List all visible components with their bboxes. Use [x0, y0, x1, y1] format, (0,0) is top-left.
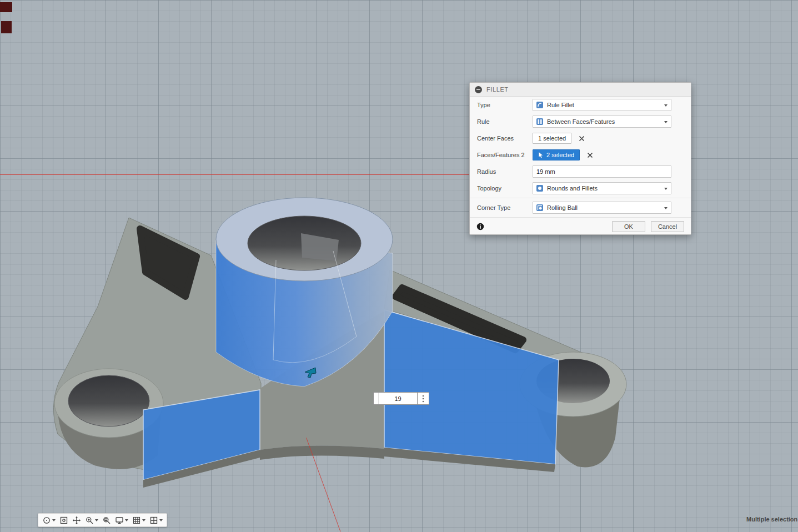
vertical-ellipsis-icon: [422, 395, 424, 403]
rolling-ball-icon: [536, 204, 544, 212]
fit-icon: [102, 516, 111, 525]
center-faces-selection-button[interactable]: 1 selected: [533, 133, 571, 144]
cancel-button[interactable]: Cancel: [651, 221, 684, 232]
clear-faces-features-2-icon[interactable]: [586, 152, 594, 159]
chevron-down-icon[interactable]: [142, 519, 145, 521]
rule-value: Between Faces/Features: [547, 118, 615, 125]
dialog-separator: [470, 198, 691, 198]
row-rule: Rule Between Faces/Features: [470, 113, 691, 130]
base-bottom-edge: [260, 445, 384, 460]
topology-label: Topology: [477, 185, 533, 192]
corner-type-value: Rolling Ball: [547, 204, 578, 211]
row-faces-features-2: Faces/Features 2 2 selected: [470, 147, 691, 163]
type-dropdown[interactable]: Rule Fillet: [533, 99, 671, 111]
chevron-down-icon: [664, 207, 667, 209]
grid-display-button[interactable]: [131, 516, 147, 525]
radius-input[interactable]: [533, 165, 671, 178]
topology-icon: [536, 184, 544, 192]
fillet-cursor-icon: [303, 367, 318, 379]
rule-label: Rule: [477, 118, 533, 125]
zoom-icon: [85, 516, 94, 525]
orbit-button[interactable]: [41, 516, 57, 525]
rule-dropdown[interactable]: Between Faces/Features: [533, 116, 671, 128]
select-cursor-icon: [538, 152, 544, 158]
type-value: Rule Fillet: [547, 102, 574, 108]
clear-center-faces-icon[interactable]: [578, 135, 585, 142]
faces-features-2-label: Faces/Features 2: [477, 152, 533, 158]
fit-button[interactable]: [101, 516, 112, 525]
pan-button[interactable]: [71, 516, 82, 525]
viewports-icon: [149, 516, 158, 525]
chevron-down-icon[interactable]: [95, 519, 98, 521]
radius-label: Radius: [477, 168, 533, 175]
faces-features-2-selection-button[interactable]: 2 selected: [533, 149, 580, 160]
dimension-value-box[interactable]: [373, 392, 418, 405]
chevron-down-icon[interactable]: [125, 519, 128, 521]
dialog-title: FILLET: [486, 86, 509, 93]
chevron-down-icon[interactable]: [52, 519, 56, 521]
model-3d[interactable]: [0, 0, 798, 532]
chevron-down-icon: [664, 121, 667, 123]
dimension-input[interactable]: [379, 393, 417, 404]
collapse-dialog-icon[interactable]: [475, 86, 482, 93]
grid-display-icon: [132, 516, 141, 525]
center-faces-count: 1 selected: [538, 135, 566, 142]
display-settings-icon: [115, 516, 124, 525]
dimension-options-handle[interactable]: [418, 392, 429, 405]
row-corner-type: Corner Type Rolling Ball: [470, 199, 691, 216]
dimension-manipulator[interactable]: [373, 392, 429, 405]
corner-type-label: Corner Type: [477, 204, 533, 211]
dialog-separator: [470, 217, 691, 218]
chevron-down-icon[interactable]: [159, 519, 163, 521]
fillet-dialog: FILLET Type Rule Fillet Rule Between Fac…: [469, 82, 691, 235]
row-topology: Topology Rounds and Fillets: [470, 180, 691, 197]
row-center-faces: Center Faces 1 selected: [470, 130, 691, 147]
fillet-dialog-header[interactable]: FILLET: [470, 83, 691, 97]
viewports-button[interactable]: [148, 516, 164, 525]
rule-fillet-icon: [536, 101, 544, 109]
look-at-icon: [59, 516, 68, 525]
zoom-button[interactable]: [84, 516, 99, 525]
dimension-drag-grip[interactable]: [374, 393, 379, 404]
chevron-down-icon: [664, 104, 667, 107]
row-radius: Radius: [470, 163, 691, 180]
between-faces-icon: [536, 118, 544, 126]
navigation-toolbar: [38, 513, 167, 527]
corner-type-dropdown[interactable]: Rolling Ball: [533, 202, 671, 214]
look-at-button[interactable]: [58, 516, 69, 525]
pan-icon: [72, 516, 81, 525]
display-settings-button[interactable]: [114, 516, 129, 525]
topology-value: Rounds and Fillets: [547, 185, 598, 192]
info-icon[interactable]: [476, 223, 484, 230]
topology-dropdown[interactable]: Rounds and Fillets: [533, 182, 671, 194]
row-type: Type Rule Fillet: [470, 97, 691, 113]
faces-features-2-count: 2 selected: [546, 152, 574, 158]
type-label: Type: [477, 102, 533, 108]
center-faces-label: Center Faces: [477, 135, 533, 142]
status-message: Multiple selection: [746, 516, 797, 523]
dialog-footer: OK Cancel: [470, 219, 691, 234]
orbit-icon: [42, 516, 51, 525]
app-root: { "colors": { "viewport_background": "#a…: [0, 0, 798, 532]
left-hole[interactable]: [68, 375, 149, 426]
chevron-down-icon: [664, 188, 667, 190]
ok-button[interactable]: OK: [612, 221, 645, 232]
